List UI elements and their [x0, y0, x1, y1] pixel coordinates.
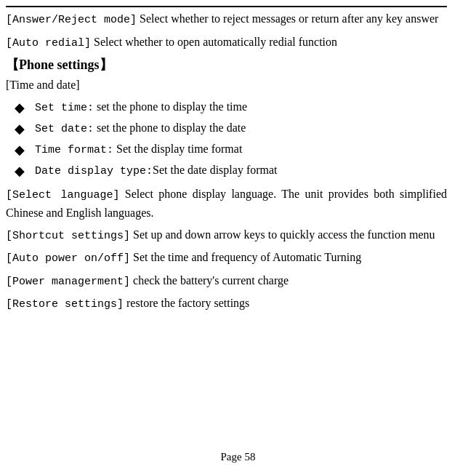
list-item: ◆ Time format: Set the display time form…: [6, 140, 447, 160]
list-item: ◆ Set time: set the phone to display the…: [6, 98, 447, 118]
restore-settings-text: restore the factory settings: [124, 297, 249, 309]
answer-reject-label: [Answer/Reject mode]: [6, 14, 137, 26]
select-language-paragraph: [Select language] Select phone display l…: [6, 185, 447, 222]
auto-redial-text: Select whether to open automatically red…: [91, 36, 337, 48]
answer-reject-text: Select whether to reject messages or ret…: [137, 12, 438, 25]
time-date-label: [Time and date]: [6, 76, 447, 94]
auto-redial-label: [Auto redial]: [6, 37, 91, 49]
page-number: Page 58: [221, 451, 256, 463]
restore-settings-label: [Restore settings]: [6, 298, 124, 311]
bullet-diamond-icon: ◆: [15, 140, 35, 160]
top-border: [6, 6, 447, 7]
list-item: ◆ Date display type:Set the date display…: [6, 161, 447, 181]
page-container: [Answer/Reject mode] Select whether to r…: [0, 0, 476, 472]
answer-reject-paragraph: [Answer/Reject mode] Select whether to r…: [6, 10, 447, 29]
power-management-text: check the battery's current charge: [130, 274, 289, 287]
page-footer: Page 58: [0, 451, 476, 463]
bullet-text-3: Time format: Set the display time format: [35, 140, 447, 159]
phone-settings-heading: 【Phone settings】: [6, 56, 447, 73]
select-language-label: [Select language]: [6, 189, 119, 201]
bullet-diamond-icon: ◆: [15, 161, 35, 181]
auto-power-label: [Auto power on/off]: [6, 252, 130, 265]
bullet-text-4: Date display type:Set the date display f…: [35, 161, 447, 180]
power-management-paragraph: [Power managerment] check the battery's …: [6, 272, 447, 291]
bullet-list: ◆ Set time: set the phone to display the…: [6, 98, 447, 181]
bullet-text-1: Set time: set the phone to display the t…: [35, 98, 447, 117]
bullet-diamond-icon: ◆: [15, 98, 35, 118]
restore-settings-paragraph: [Restore settings] restore the factory s…: [6, 295, 447, 313]
auto-power-paragraph: [Auto power on/off] Set the time and fre…: [6, 249, 447, 268]
list-item: ◆ Set date: set the phone to display the…: [6, 119, 447, 139]
auto-redial-paragraph: [Auto redial] Select whether to open aut…: [6, 33, 447, 52]
power-management-label: [Power managerment]: [6, 276, 130, 288]
bullet-text-2: Set date: set the phone to display the d…: [35, 119, 447, 138]
shortcut-settings-paragraph: [Shortcut settings] Set up and down arro…: [6, 226, 447, 245]
shortcut-settings-text: Set up and down arrow keys to quickly ac…: [130, 228, 435, 241]
auto-power-text: Set the time and frequency of Automatic …: [130, 251, 361, 263]
bullet-diamond-icon: ◆: [15, 119, 35, 139]
shortcut-settings-label: [Shortcut settings]: [6, 230, 130, 242]
